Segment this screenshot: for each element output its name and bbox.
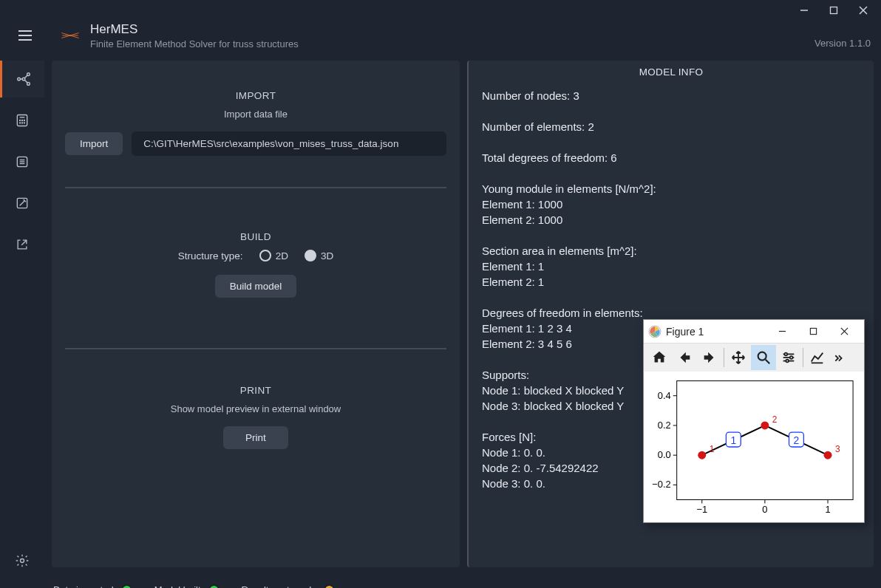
import-button[interactable]: Import	[65, 132, 123, 155]
build-heading: BUILD	[65, 231, 446, 242]
status-model-dot	[208, 584, 220, 589]
import-path-input[interactable]	[132, 131, 446, 156]
svg-point-5	[27, 73, 30, 76]
toolbar-pan-icon[interactable]	[726, 345, 751, 370]
model-info-heading: MODEL INFO	[482, 66, 860, 78]
build-model-button[interactable]: Build model	[215, 275, 297, 298]
svg-point-36	[785, 353, 788, 356]
svg-point-31	[758, 352, 766, 360]
svg-point-6	[27, 83, 30, 86]
toolbar-more-icon[interactable]	[830, 345, 846, 370]
sidebar	[0, 58, 44, 579]
build-section: BUILD Structure type: 2D 3D Build model	[52, 194, 460, 342]
window-titlebar	[0, 0, 881, 21]
sidebar-item-graph[interactable]	[0, 61, 44, 98]
sidebar-item-list[interactable]	[0, 143, 44, 180]
sidebar-item-settings[interactable]	[0, 542, 44, 579]
left-panel: IMPORT Import data file Import BUILD Str…	[52, 61, 460, 567]
svg-text:−1: −1	[696, 504, 707, 515]
print-section: PRINT Show model preview in external win…	[52, 355, 460, 474]
svg-rect-28	[810, 328, 816, 334]
svg-point-17	[22, 123, 23, 123]
figure-close-button[interactable]	[829, 321, 860, 342]
svg-point-14	[22, 120, 23, 121]
svg-point-16	[20, 123, 21, 123]
toolbar-separator	[724, 348, 724, 367]
radio-3d[interactable]: 3D	[305, 250, 333, 261]
toolbar-separator	[803, 348, 803, 367]
toolbar-home-icon[interactable]	[647, 345, 672, 370]
svg-point-62	[761, 421, 769, 429]
svg-line-10	[24, 80, 27, 83]
divider	[65, 187, 446, 188]
toolbar-forward-icon[interactable]	[697, 345, 722, 370]
print-hint: Show model preview in external window	[65, 403, 446, 414]
svg-text:2: 2	[794, 434, 800, 446]
svg-point-4	[17, 78, 20, 81]
status-bar: Data imported Model built Results not re…	[0, 579, 881, 588]
radio-3d-label: 3D	[321, 250, 333, 261]
status-data-dot	[121, 584, 132, 589]
hamburger-menu-button[interactable]	[10, 21, 40, 50]
svg-text:0.2: 0.2	[658, 420, 671, 431]
svg-text:−0.2: −0.2	[652, 479, 670, 490]
figure-title: Figure 1	[666, 326, 766, 338]
svg-point-18	[24, 123, 24, 123]
svg-point-38	[786, 360, 789, 363]
figure-icon	[648, 325, 661, 338]
status-data-label: Data imported	[53, 584, 114, 589]
svg-text:1: 1	[710, 444, 715, 454]
svg-line-9	[24, 75, 27, 78]
toolbar-configure-icon[interactable]	[776, 345, 801, 370]
figure-minimize-button[interactable]	[766, 321, 797, 342]
svg-rect-1	[831, 7, 837, 14]
status-results-label: Results not ready	[242, 584, 316, 589]
print-heading: PRINT	[65, 385, 446, 396]
window-minimize-button[interactable]	[789, 0, 819, 21]
figure-toolbar	[644, 343, 864, 372]
status-model-label: Model built	[154, 584, 201, 589]
import-heading: IMPORT	[65, 90, 446, 101]
svg-text:1: 1	[730, 434, 736, 446]
svg-point-13	[20, 120, 21, 121]
sidebar-item-calculator[interactable]	[0, 102, 44, 139]
sidebar-item-external[interactable]	[0, 226, 44, 263]
app-logo-icon	[58, 29, 83, 42]
radio-2d[interactable]: 2D	[259, 250, 288, 261]
app-version: Version 1.1.0	[814, 38, 871, 50]
import-hint: Import data file	[65, 109, 446, 120]
svg-point-25	[21, 559, 24, 563]
toolbar-zoom-icon[interactable]	[751, 345, 776, 370]
svg-point-60	[698, 451, 706, 459]
svg-text:0.4: 0.4	[658, 390, 671, 401]
radio-2d-label: 2D	[276, 250, 288, 261]
svg-text:3: 3	[835, 444, 840, 454]
svg-point-64	[824, 451, 832, 459]
svg-text:2: 2	[772, 414, 778, 425]
toolbar-back-icon[interactable]	[672, 345, 697, 370]
figure-maximize-button[interactable]	[797, 321, 829, 342]
toolbar-editplot-icon[interactable]	[805, 345, 830, 370]
app-title: HerMES	[90, 22, 807, 37]
svg-text:1: 1	[825, 504, 830, 515]
svg-line-24	[21, 240, 27, 245]
window-close-button[interactable]	[848, 0, 878, 21]
structure-type-label: Structure type:	[178, 250, 243, 261]
app-subtitle: Finite Element Method Solver for truss s…	[90, 38, 807, 49]
svg-text:0: 0	[762, 504, 767, 515]
figure-titlebar[interactable]: Figure 1	[644, 320, 864, 343]
figure-plot[interactable]: −101−0.20.00.20.412123	[644, 372, 864, 522]
app-header: HerMES Finite Element Method Solver for …	[0, 21, 881, 58]
sidebar-item-edit[interactable]	[0, 185, 44, 222]
svg-line-32	[766, 360, 770, 364]
svg-point-37	[790, 356, 793, 359]
window-maximize-button[interactable]	[819, 0, 848, 21]
figure-window[interactable]: Figure 1 −101−0.20.00.20.412123	[643, 319, 865, 523]
svg-rect-39	[677, 381, 853, 500]
svg-text:0.0: 0.0	[658, 449, 671, 460]
svg-point-15	[24, 120, 24, 121]
print-button[interactable]: Print	[223, 426, 288, 449]
status-results-dot	[324, 584, 335, 589]
divider	[65, 348, 446, 349]
import-section: IMPORT Import data file Import	[52, 71, 460, 181]
